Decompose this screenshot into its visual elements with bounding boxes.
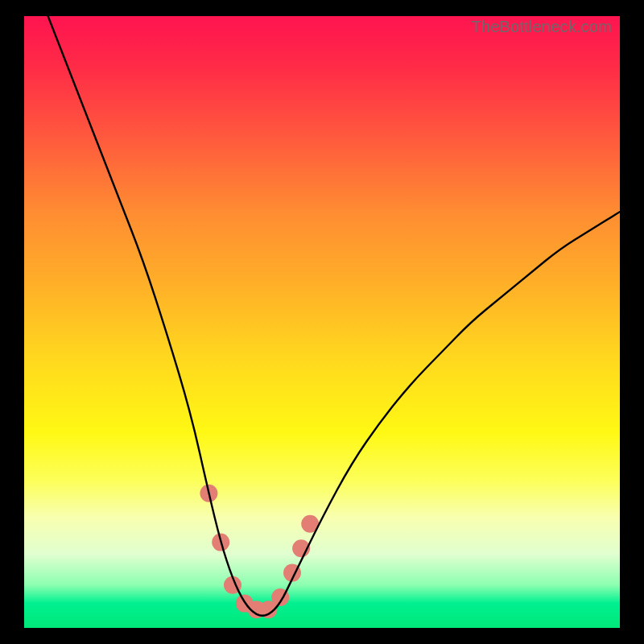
- marker-group: [200, 485, 319, 618]
- chart-plot-area: TheBottleneck.com: [24, 16, 620, 628]
- bottleneck-curve-path: [48, 16, 620, 616]
- chart-svg: [24, 16, 620, 628]
